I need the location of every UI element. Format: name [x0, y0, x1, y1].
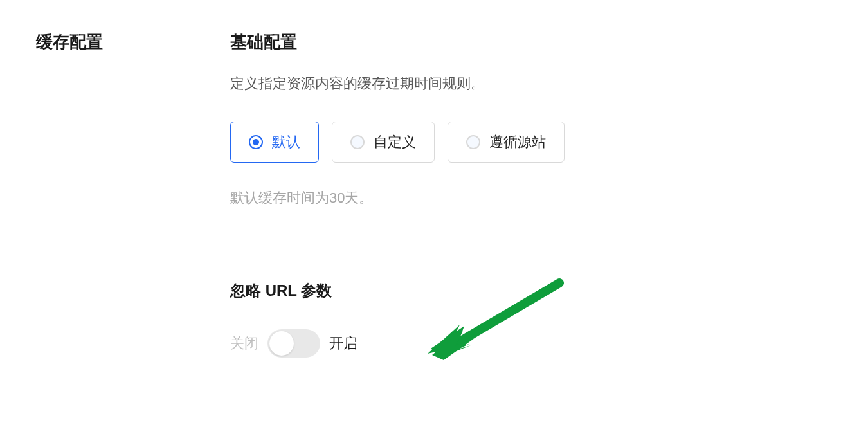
ignore-url-toggle[interactable]: [267, 329, 320, 358]
divider: [230, 244, 832, 244]
radio-option-follow-origin[interactable]: 遵循源站: [448, 122, 565, 163]
radio-icon: [466, 135, 480, 149]
ignore-url-title: 忽略 URL 参数: [230, 280, 832, 301]
basic-config-title: 基础配置: [230, 31, 832, 53]
radio-option-custom[interactable]: 自定义: [332, 122, 435, 163]
sidebar: 缓存配置: [36, 31, 230, 358]
basic-config-description: 定义指定资源内容的缓存过期时间规则。: [230, 74, 832, 93]
toggle-off-label: 关闭: [230, 334, 258, 353]
toggle-on-label: 开启: [329, 334, 357, 353]
radio-label: 遵循源站: [489, 132, 546, 152]
sidebar-title: 缓存配置: [36, 31, 230, 53]
basic-config-helper: 默认缓存时间为30天。: [230, 188, 832, 208]
radio-label: 默认: [272, 132, 300, 152]
main-content: 基础配置 定义指定资源内容的缓存过期时间规则。 默认 自定义 遵循源站 默认缓存…: [230, 31, 832, 358]
radio-label: 自定义: [374, 132, 416, 152]
radio-icon: [350, 135, 365, 149]
ignore-url-toggle-row: 关闭 开启: [230, 329, 832, 358]
toggle-knob: [269, 331, 294, 356]
radio-option-default[interactable]: 默认: [230, 122, 319, 163]
radio-icon: [249, 135, 263, 149]
cache-mode-radio-group: 默认 自定义 遵循源站: [230, 122, 832, 163]
